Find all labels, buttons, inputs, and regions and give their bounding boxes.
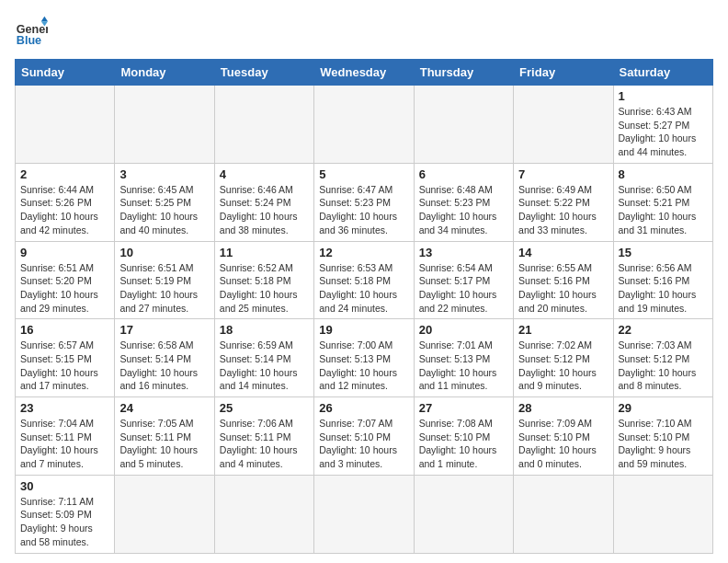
calendar-table: SundayMondayTuesdayWednesdayThursdayFrid… xyxy=(15,59,713,554)
day-info: Sunrise: 7:03 AM Sunset: 5:12 PM Dayligh… xyxy=(619,339,708,393)
day-number: 10 xyxy=(119,246,209,259)
svg-marker-2 xyxy=(41,17,48,21)
day-info: Sunrise: 6:43 AM Sunset: 5:27 PM Dayligh… xyxy=(619,105,708,159)
day-info: Sunrise: 7:01 AM Sunset: 5:13 PM Dayligh… xyxy=(419,339,508,393)
calendar-cell: 23Sunrise: 7:04 AM Sunset: 5:11 PM Dayli… xyxy=(16,397,115,476)
calendar-cell: 10Sunrise: 6:51 AM Sunset: 5:19 PM Dayli… xyxy=(115,241,214,319)
day-number: 20 xyxy=(419,323,508,337)
day-info: Sunrise: 7:02 AM Sunset: 5:12 PM Dayligh… xyxy=(518,339,608,393)
calendar-cell xyxy=(214,86,313,164)
day-info: Sunrise: 6:50 AM Sunset: 5:21 PM Dayligh… xyxy=(619,183,708,237)
calendar-cell: 19Sunrise: 7:00 AM Sunset: 5:13 PM Dayli… xyxy=(314,319,414,397)
calendar-cell xyxy=(314,475,414,553)
day-info: Sunrise: 7:11 AM Sunset: 5:09 PM Dayligh… xyxy=(20,495,109,549)
calendar-week-1: 1Sunrise: 6:43 AM Sunset: 5:27 PM Daylig… xyxy=(16,86,713,164)
weekday-monday: Monday xyxy=(115,60,214,86)
calendar-cell: 8Sunrise: 6:50 AM Sunset: 5:21 PM Daylig… xyxy=(613,163,712,241)
weekday-saturday: Saturday xyxy=(613,60,712,86)
weekday-tuesday: Tuesday xyxy=(214,60,313,86)
calendar-cell: 14Sunrise: 6:55 AM Sunset: 5:16 PM Dayli… xyxy=(514,241,613,319)
logo-icon: General Blue xyxy=(15,15,48,48)
calendar-cell: 2Sunrise: 6:44 AM Sunset: 5:26 PM Daylig… xyxy=(16,163,115,241)
day-info: Sunrise: 7:00 AM Sunset: 5:13 PM Dayligh… xyxy=(319,339,408,393)
day-number: 25 xyxy=(220,401,309,415)
day-info: Sunrise: 6:54 AM Sunset: 5:17 PM Dayligh… xyxy=(419,261,508,316)
day-number: 8 xyxy=(619,167,708,181)
day-number: 26 xyxy=(319,401,408,415)
day-number: 12 xyxy=(319,246,408,259)
day-info: Sunrise: 7:09 AM Sunset: 5:10 PM Dayligh… xyxy=(518,417,608,471)
calendar-cell: 27Sunrise: 7:08 AM Sunset: 5:10 PM Dayli… xyxy=(414,397,513,476)
calendar-cell: 11Sunrise: 6:52 AM Sunset: 5:18 PM Dayli… xyxy=(214,241,313,319)
calendar-cell: 7Sunrise: 6:49 AM Sunset: 5:22 PM Daylig… xyxy=(514,163,613,241)
calendar-cell: 20Sunrise: 7:01 AM Sunset: 5:13 PM Dayli… xyxy=(414,319,513,397)
day-info: Sunrise: 7:05 AM Sunset: 5:11 PM Dayligh… xyxy=(119,417,209,471)
svg-text:Blue: Blue xyxy=(17,34,41,47)
day-number: 16 xyxy=(20,323,109,337)
calendar-week-3: 9Sunrise: 6:51 AM Sunset: 5:20 PM Daylig… xyxy=(16,241,713,319)
day-info: Sunrise: 6:56 AM Sunset: 5:16 PM Dayligh… xyxy=(619,261,708,316)
day-number: 2 xyxy=(20,167,109,181)
calendar-cell: 30Sunrise: 7:11 AM Sunset: 5:09 PM Dayli… xyxy=(16,475,115,553)
calendar-cell: 24Sunrise: 7:05 AM Sunset: 5:11 PM Dayli… xyxy=(115,397,214,476)
day-info: Sunrise: 7:08 AM Sunset: 5:10 PM Dayligh… xyxy=(419,417,508,471)
day-number: 11 xyxy=(220,246,309,259)
calendar-cell: 21Sunrise: 7:02 AM Sunset: 5:12 PM Dayli… xyxy=(514,319,613,397)
calendar-cell: 28Sunrise: 7:09 AM Sunset: 5:10 PM Dayli… xyxy=(514,397,613,476)
calendar-cell: 16Sunrise: 6:57 AM Sunset: 5:15 PM Dayli… xyxy=(16,319,115,397)
day-number: 23 xyxy=(20,401,109,415)
calendar-cell: 29Sunrise: 7:10 AM Sunset: 5:10 PM Dayli… xyxy=(613,397,712,476)
calendar-cell: 9Sunrise: 6:51 AM Sunset: 5:20 PM Daylig… xyxy=(16,241,115,319)
calendar-cell xyxy=(314,86,414,164)
day-number: 22 xyxy=(619,323,708,337)
calendar-cell: 3Sunrise: 6:45 AM Sunset: 5:25 PM Daylig… xyxy=(115,163,214,241)
calendar-cell: 13Sunrise: 6:54 AM Sunset: 5:17 PM Dayli… xyxy=(414,241,513,319)
calendar-cell: 22Sunrise: 7:03 AM Sunset: 5:12 PM Dayli… xyxy=(613,319,712,397)
day-number: 4 xyxy=(220,167,309,181)
day-info: Sunrise: 6:58 AM Sunset: 5:14 PM Dayligh… xyxy=(119,339,209,393)
weekday-sunday: Sunday xyxy=(16,60,115,86)
calendar-cell: 18Sunrise: 6:59 AM Sunset: 5:14 PM Dayli… xyxy=(214,319,313,397)
calendar-cell: 4Sunrise: 6:46 AM Sunset: 5:24 PM Daylig… xyxy=(214,163,313,241)
day-info: Sunrise: 7:07 AM Sunset: 5:10 PM Dayligh… xyxy=(319,417,408,471)
day-number: 9 xyxy=(20,246,109,259)
calendar-cell: 25Sunrise: 7:06 AM Sunset: 5:11 PM Dayli… xyxy=(214,397,313,476)
day-info: Sunrise: 6:47 AM Sunset: 5:23 PM Dayligh… xyxy=(319,183,408,237)
calendar-cell: 17Sunrise: 6:58 AM Sunset: 5:14 PM Dayli… xyxy=(115,319,214,397)
calendar-cell: 5Sunrise: 6:47 AM Sunset: 5:23 PM Daylig… xyxy=(314,163,414,241)
day-number: 5 xyxy=(319,167,408,181)
calendar-body: 1Sunrise: 6:43 AM Sunset: 5:27 PM Daylig… xyxy=(16,86,713,554)
calendar-cell xyxy=(414,86,513,164)
weekday-wednesday: Wednesday xyxy=(314,60,414,86)
calendar-week-5: 23Sunrise: 7:04 AM Sunset: 5:11 PM Dayli… xyxy=(16,397,713,476)
day-info: Sunrise: 7:10 AM Sunset: 5:10 PM Dayligh… xyxy=(619,417,708,471)
day-number: 21 xyxy=(518,323,608,337)
day-info: Sunrise: 6:59 AM Sunset: 5:14 PM Dayligh… xyxy=(220,339,309,393)
day-info: Sunrise: 6:46 AM Sunset: 5:24 PM Dayligh… xyxy=(220,183,309,237)
day-number: 19 xyxy=(319,323,408,337)
calendar-cell: 1Sunrise: 6:43 AM Sunset: 5:27 PM Daylig… xyxy=(613,86,712,164)
day-number: 6 xyxy=(419,167,508,181)
day-info: Sunrise: 7:04 AM Sunset: 5:11 PM Dayligh… xyxy=(20,417,109,471)
day-info: Sunrise: 6:53 AM Sunset: 5:18 PM Dayligh… xyxy=(319,261,408,316)
day-info: Sunrise: 6:45 AM Sunset: 5:25 PM Dayligh… xyxy=(119,183,209,237)
calendar-cell: 15Sunrise: 6:56 AM Sunset: 5:16 PM Dayli… xyxy=(613,241,712,319)
day-number: 13 xyxy=(419,246,508,259)
weekday-thursday: Thursday xyxy=(414,60,513,86)
weekday-header-row: SundayMondayTuesdayWednesdayThursdayFrid… xyxy=(16,60,713,86)
calendar-week-4: 16Sunrise: 6:57 AM Sunset: 5:15 PM Dayli… xyxy=(16,319,713,397)
day-info: Sunrise: 6:51 AM Sunset: 5:20 PM Dayligh… xyxy=(20,261,109,316)
day-number: 28 xyxy=(518,401,608,415)
day-number: 24 xyxy=(119,401,209,415)
logo: General Blue xyxy=(15,15,24,48)
day-number: 30 xyxy=(20,479,109,493)
day-number: 7 xyxy=(518,167,608,181)
calendar-cell: 6Sunrise: 6:48 AM Sunset: 5:23 PM Daylig… xyxy=(414,163,513,241)
day-number: 14 xyxy=(518,246,608,259)
day-info: Sunrise: 6:57 AM Sunset: 5:15 PM Dayligh… xyxy=(20,339,109,393)
calendar-week-6: 30Sunrise: 7:11 AM Sunset: 5:09 PM Dayli… xyxy=(16,475,713,553)
day-number: 18 xyxy=(220,323,309,337)
calendar-cell: 26Sunrise: 7:07 AM Sunset: 5:10 PM Dayli… xyxy=(314,397,414,476)
calendar-cell xyxy=(115,475,214,553)
day-info: Sunrise: 6:55 AM Sunset: 5:16 PM Dayligh… xyxy=(518,261,608,316)
